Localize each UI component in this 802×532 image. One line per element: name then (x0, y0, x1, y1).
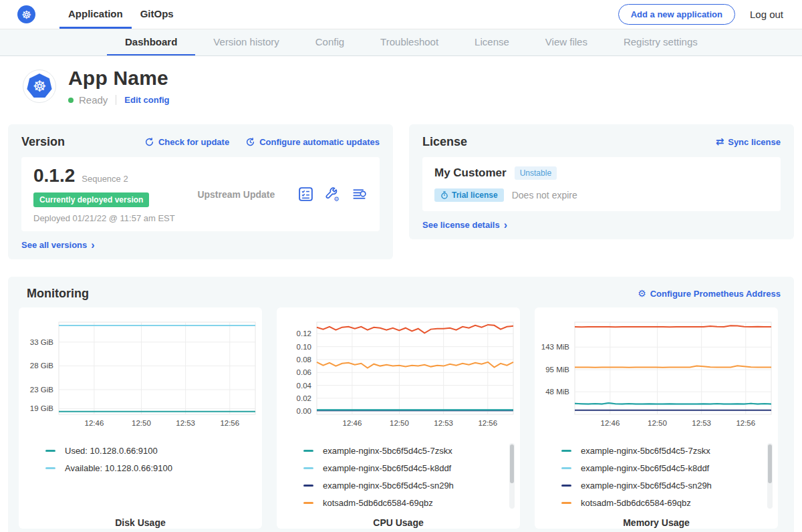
legend-swatch (561, 485, 571, 487)
svg-text:143 MiB: 143 MiB (541, 343, 570, 351)
deployed-badge: Currently deployed version (33, 192, 149, 207)
svg-text:0.04: 0.04 (297, 382, 312, 390)
chart-title: Disk Usage (19, 517, 262, 528)
legend-item: example-nginx-5bc6f5d4c5-sn29h (303, 477, 520, 494)
legend-item: example-nginx-5bc6f5d4c5-7zskx (561, 442, 778, 459)
license-card-title: License (422, 135, 467, 149)
tab-config[interactable]: Config (297, 29, 362, 55)
see-license-details-link[interactable]: See license details › (422, 220, 507, 230)
stopwatch-icon (440, 191, 448, 199)
svg-text:0.06: 0.06 (297, 368, 311, 376)
tab-application[interactable]: Application (59, 0, 132, 29)
wrench-gear-icon: ⚙ (324, 186, 341, 203)
legend-label: kotsadm-5db6dc6584-69qbz (581, 498, 691, 508)
svg-text:33 GiB: 33 GiB (30, 338, 53, 346)
sequence-label: Sequence 2 (82, 174, 128, 184)
svg-text:0.00: 0.00 (297, 407, 311, 415)
svg-text:12:46: 12:46 (85, 419, 104, 427)
svg-text:12:46: 12:46 (343, 419, 362, 427)
tab-registry-settings[interactable]: Registry settings (606, 29, 716, 55)
svg-text:12:53: 12:53 (176, 419, 195, 427)
legend-item: kotsadm-5db6dc6584-69qbz (561, 494, 778, 511)
deployed-timestamp: Deployed 01/21/22 @ 11:57 am EST (33, 213, 175, 223)
disk-usage-chart: 33 GiB28 GiB23 GiB19 GiB12:4612:5012:531… (19, 315, 262, 432)
legend-swatch (561, 450, 571, 452)
configure-automatic-updates-label: Configure automatic updates (259, 137, 380, 147)
charts-row: 33 GiB28 GiB23 GiB19 GiB12:4612:5012:531… (19, 307, 783, 529)
legend-item: example-nginx-5bc6f5d4c5-k8ddf (303, 459, 520, 477)
legend-scrollbar[interactable] (767, 443, 773, 509)
svg-text:12:56: 12:56 (220, 419, 239, 427)
legend-label: example-nginx-5bc6f5d4c5-k8ddf (581, 463, 709, 473)
svg-text:12:46: 12:46 (601, 419, 620, 427)
logs-search-icon (351, 186, 368, 203)
legend-label: Available: 10.128.0.66:9100 (65, 463, 172, 473)
tab-version-history[interactable]: Version history (195, 29, 297, 55)
svg-text:48 MiB: 48 MiB (545, 388, 569, 396)
license-detail-card: My Customer Unstable Trial license Does … (422, 157, 781, 211)
legend-label: kotsadm-5db6dc6584-69qbz (323, 498, 433, 508)
sync-arrows-icon: ⇄ (716, 137, 724, 147)
app-avatar: ☸ (23, 70, 56, 103)
expiry-text: Does not expire (512, 190, 577, 201)
app-header: ☸ App Name Ready Edit config (0, 56, 802, 116)
configure-automatic-updates-link[interactable]: Configure automatic updates (245, 137, 380, 147)
gear-icon: ⚙ (638, 289, 646, 298)
view-deploy-logs-button[interactable] (351, 186, 368, 203)
logout-button[interactable]: Log out (750, 9, 783, 20)
refresh-icon (144, 137, 154, 147)
divider (116, 95, 116, 105)
tab-gitops[interactable]: GitOps (132, 0, 182, 29)
cpu-usage-legend: example-nginx-5bc6f5d4c5-7zskxexample-ng… (277, 442, 520, 511)
configure-prometheus-link[interactable]: ⚙ Configure Prometheus Address (638, 289, 781, 299)
svg-text:0.02: 0.02 (297, 394, 311, 402)
legend-item: Available: 10.128.0.66:9100 (45, 459, 262, 477)
version-source-label: Upstream Update (197, 189, 275, 200)
brand-logo: ☸ (17, 0, 35, 29)
check-for-update-link[interactable]: Check for update (144, 137, 229, 147)
svg-text:12:53: 12:53 (434, 419, 453, 427)
legend-swatch (303, 450, 313, 452)
scrollbar-thumb[interactable] (510, 444, 514, 483)
top-nav-right: Add a new application Log out (618, 0, 802, 29)
chart-title: Memory Usage (535, 517, 778, 528)
legend-label: example-nginx-5bc6f5d4c5-sn29h (581, 481, 712, 491)
svg-text:12:56: 12:56 (736, 419, 755, 427)
tab-license[interactable]: License (456, 29, 527, 55)
svg-text:12:50: 12:50 (132, 419, 151, 427)
customer-name: My Customer (434, 166, 507, 180)
kubernetes-app-icon: ☸ (27, 74, 52, 99)
svg-text:12:50: 12:50 (390, 419, 409, 427)
version-card: Version Check for update (8, 124, 393, 259)
svg-text:12:50: 12:50 (648, 419, 667, 427)
legend-label: example-nginx-5bc6f5d4c5-sn29h (323, 481, 454, 491)
sync-license-link[interactable]: ⇄ Sync license (716, 137, 781, 147)
legend-swatch (561, 467, 571, 469)
config-values-button[interactable]: ⚙ (324, 186, 341, 203)
preflight-checks-button[interactable] (297, 186, 314, 203)
legend-label: example-nginx-5bc6f5d4c5-7zskx (323, 446, 452, 456)
legend-swatch (45, 450, 55, 452)
memory-usage-legend: example-nginx-5bc6f5d4c5-7zskxexample-ng… (535, 442, 778, 511)
tab-troubleshoot[interactable]: Troubleshoot (362, 29, 456, 55)
version-card-title: Version (21, 135, 65, 149)
channel-badge: Unstable (515, 166, 557, 180)
scrollbar-thumb[interactable] (768, 444, 772, 483)
tab-dashboard[interactable]: Dashboard (107, 29, 195, 55)
svg-text:95 MiB: 95 MiB (545, 366, 569, 374)
svg-text:12:56: 12:56 (478, 419, 497, 427)
tab-view-files[interactable]: View files (527, 29, 606, 55)
memory-usage-card: 143 MiB95 MiB48 MiB12:4612:5012:5312:56 … (535, 307, 778, 529)
cpu-usage-chart: 0.120.100.080.060.040.020.0012:4612:5012… (277, 315, 520, 432)
summary-cards-row: Version Check for update (0, 124, 802, 259)
see-all-versions-link[interactable]: See all versions › (21, 240, 95, 250)
kots-admin-console: ☸ Application GitOps Add a new applicati… (0, 0, 802, 532)
legend-label: example-nginx-5bc6f5d4c5-k8ddf (323, 463, 451, 473)
checklist-icon (297, 186, 314, 203)
edit-config-link[interactable]: Edit config (124, 95, 169, 105)
legend-item: Used: 10.128.0.66:9100 (45, 442, 262, 459)
legend-scrollbar[interactable] (509, 443, 515, 509)
add-application-button[interactable]: Add a new application (618, 4, 735, 25)
clock-refresh-icon (245, 137, 255, 147)
memory-usage-chart: 143 MiB95 MiB48 MiB12:4612:5012:5312:56 (535, 315, 778, 432)
